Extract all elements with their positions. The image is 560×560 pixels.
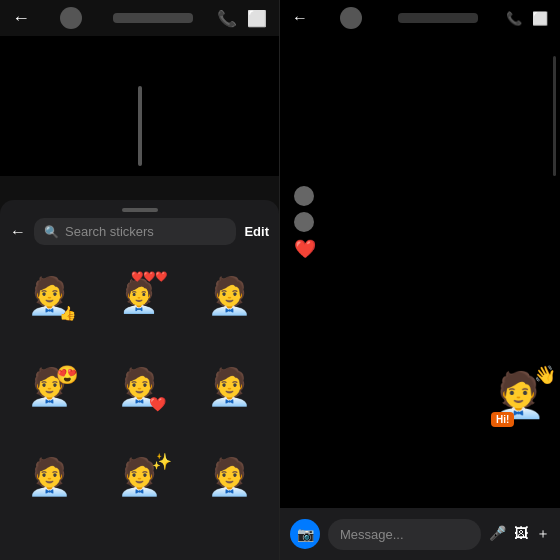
chat-area-right: ❤️ 🧑‍💼 👋 Hi! [280,36,560,486]
phone-icon-left[interactable]: 📞 [217,9,237,28]
message-input[interactable]: Message... [328,519,481,550]
edit-button[interactable]: Edit [244,224,269,239]
action-icons-right: 📞 ⬜ [506,11,548,26]
back-arrow-left[interactable]: ← [12,8,30,29]
reaction-area: ❤️ [294,186,316,260]
reaction-circle-2 [294,212,314,232]
sticker-grid: 🧑‍💼👍 🧑‍💼 ❤️❤️❤️ 🧑‍💼 🧑‍💼😍 🧑‍💼❤️ 🧑‍💼 [0,253,279,543]
mic-icon[interactable]: 🎤 [489,525,506,543]
camera-button[interactable]: 📷 [290,519,320,549]
image-icon[interactable]: 🖼 [514,525,528,543]
search-placeholder: Search stickers [65,224,154,239]
scroll-track-right[interactable] [553,56,556,176]
sticker-2[interactable]: 🧑‍💼 ❤️❤️❤️ [96,253,182,339]
message-placeholder: Message... [340,527,404,542]
hi-badge-right: Hi! [491,412,514,427]
sticker-search-input[interactable]: 🔍 Search stickers [34,218,236,245]
right-status-bar: ← 📞 ⬜ [280,0,560,36]
avatar-left [60,7,82,29]
sticker-12[interactable] [187,524,273,543]
phone-icon-right[interactable]: 📞 [506,11,522,26]
sticker-search-bar: ← 🔍 Search stickers Edit [0,218,279,245]
sticker-11[interactable]: 🧑‍💼 [96,524,182,543]
tray-handle[interactable] [122,208,158,212]
sticker-tray: ← 🔍 Search stickers Edit 🧑‍💼👍 🧑‍💼 ❤️❤️❤️… [0,200,279,560]
drag-bar-left[interactable] [138,86,142,166]
sticker-1[interactable]: 🧑‍💼👍 [6,253,92,339]
avatar-right [340,7,362,29]
reaction-circle-1 [294,186,314,206]
sticker-9[interactable]: 🧑‍💼 [187,434,273,520]
left-status-bar: ← 📞 ⬜ [0,0,279,36]
sticker-10[interactable]: 🧑‍💼 Hi! [6,524,92,543]
plus-icon[interactable]: ＋ [536,525,550,543]
contact-name-left [113,13,193,23]
right-phone: ← 📞 ⬜ ❤️ 🧑‍💼 👋 Hi! 📷 [280,0,560,560]
wave-overlay: 👋 [534,364,556,386]
right-sticker-emoji: 🧑‍💼 👋 Hi! [491,369,546,421]
left-phone: ← 📞 ⬜ ← 🔍 Search stickers Edit 🧑‍💼👍 [0,0,280,560]
action-icons-left: 📞 ⬜ [217,9,267,28]
video-icon-left[interactable]: ⬜ [247,9,267,28]
back-arrow-right[interactable]: ← [292,9,308,27]
reaction-heart[interactable]: ❤️ [294,238,316,260]
message-bar-right: 📷 Message... 🎤 🖼 ＋ [280,508,560,560]
camera-icon: 📷 [297,526,314,542]
video-icon-right[interactable]: ⬜ [532,11,548,26]
sticker-5[interactable]: 🧑‍💼❤️ [96,343,182,429]
chat-area-left [0,36,279,176]
right-sticker-container: 🧑‍💼 👋 Hi! [491,369,546,421]
contact-name-right [398,13,478,23]
search-icon: 🔍 [44,225,59,239]
sticker-3[interactable]: 🧑‍💼 [187,253,273,339]
sticker-8[interactable]: 🧑‍💼 ✨ [96,434,182,520]
sticker-6[interactable]: 🧑‍💼 [187,343,273,429]
sticker-back-arrow[interactable]: ← [10,223,26,241]
sticker-4[interactable]: 🧑‍💼😍 [6,343,92,429]
message-action-icons: 🎤 🖼 ＋ [489,525,550,543]
sticker-7[interactable]: 🧑‍💼 [6,434,92,520]
